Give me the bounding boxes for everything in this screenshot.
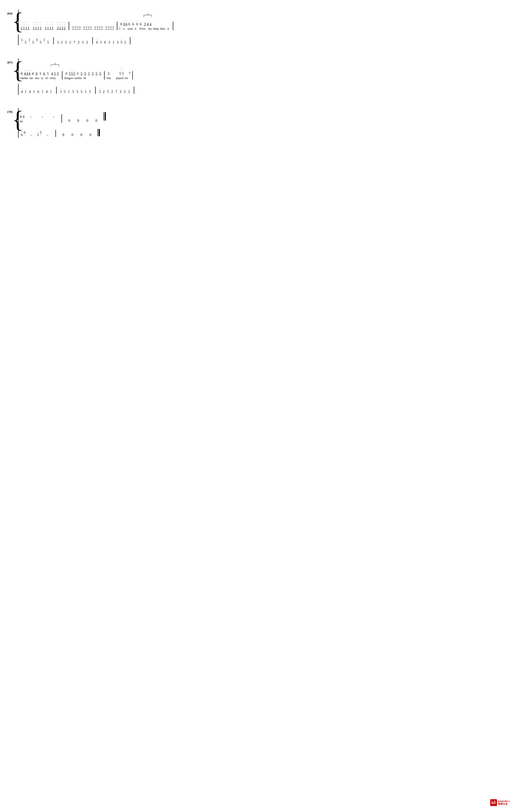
barline	[53, 37, 54, 45]
note: –	[53, 115, 55, 119]
note: 5	[64, 90, 66, 94]
note: 4	[150, 22, 152, 26]
note: 7	[116, 90, 117, 94]
note: 6	[21, 133, 23, 137]
barline	[134, 87, 134, 94]
note: 5	[82, 40, 84, 45]
barline	[104, 71, 104, 80]
note: 4	[147, 22, 149, 26]
note: 4	[29, 90, 31, 94]
bass-70b: 0 0 0 0	[58, 133, 96, 137]
note: 7	[72, 26, 74, 30]
note: 5	[107, 90, 109, 94]
lyric: thing	[64, 77, 70, 80]
note: 5	[65, 40, 67, 45]
note: 1	[28, 38, 30, 42]
brace-67: {	[12, 60, 24, 80]
measure-70a-treble: · · 6 6 – – – me	[20, 110, 60, 123]
note: 6	[136, 22, 138, 26]
barline	[132, 71, 133, 80]
bass-staff-67: · 4 1 4 1 6 1 4 1 · 1 5 1	[18, 84, 210, 95]
note: 2	[103, 90, 105, 94]
system-70: (70) { · · 6 6 – – –	[7, 108, 210, 138]
note: 4	[21, 90, 23, 94]
lyric: Even	[140, 27, 148, 30]
note: 7	[105, 26, 107, 30]
barline	[95, 87, 96, 94]
note: 3	[36, 38, 38, 42]
note: 1	[85, 90, 87, 94]
note: 1	[47, 26, 49, 30]
note: 4	[26, 71, 28, 76]
lyric: I	[119, 27, 123, 30]
note: 6	[96, 40, 98, 45]
note: 3	[57, 71, 59, 76]
note: 1	[33, 26, 35, 30]
note: 1	[28, 26, 30, 30]
note: 7	[79, 26, 81, 30]
note: 5	[121, 40, 122, 45]
note: 5	[72, 90, 74, 94]
note: 5	[47, 40, 49, 45]
note: 7	[86, 26, 88, 30]
note: 6	[24, 130, 26, 135]
lyric: it	[168, 27, 171, 30]
note: 5	[92, 71, 94, 76]
barline	[92, 37, 93, 45]
measure-number-67: (67)	[7, 60, 12, 64]
note: 1	[52, 26, 54, 30]
lyric: we	[70, 77, 74, 80]
brace-70: {	[12, 109, 24, 130]
measure-67b-treble: 0 · 5 · 5 · 5 3 5 5 5	[64, 65, 102, 80]
note: 6	[43, 71, 45, 76]
note: 2	[111, 90, 113, 94]
note: 3	[109, 40, 111, 45]
note: 7	[90, 26, 92, 30]
note: 3	[77, 90, 78, 94]
note: 5	[40, 40, 42, 45]
note: 7	[88, 26, 90, 30]
note: 5	[25, 40, 27, 45]
note: –	[41, 115, 43, 119]
note: 6	[140, 22, 142, 26]
note: 7	[101, 26, 103, 30]
measure-number-64: (64)	[7, 11, 12, 16]
note: 2	[64, 26, 66, 30]
note: 0	[95, 119, 97, 123]
note: 5	[39, 71, 41, 76]
system-67: (67) { 0 · 4 · 4 ·	[7, 59, 210, 95]
note: 6	[132, 22, 134, 26]
lyric: it	[135, 27, 140, 30]
note: 7	[83, 26, 85, 30]
note: 1	[42, 90, 43, 94]
note: 5	[47, 71, 49, 76]
barline	[117, 22, 117, 30]
note: 5	[81, 71, 83, 76]
note: 7	[108, 26, 110, 30]
final-barline	[103, 110, 106, 123]
note: 5	[89, 90, 91, 94]
bass-64b: · 5 2 5 2 7 2 5 2	[56, 38, 90, 45]
note: 0	[81, 133, 83, 137]
measure-67c-treble: 2· · · 5 · · 5 · 7	[107, 64, 131, 80]
note: 1	[113, 40, 115, 45]
measure-70b-treble: 0 0 0 0	[64, 117, 102, 123]
note: 0	[78, 119, 79, 123]
note: 1	[33, 90, 35, 94]
barline	[173, 22, 173, 30]
barline	[61, 114, 62, 123]
bass-67c: · 5 2 5 2 7 2 5 2	[98, 87, 132, 94]
note: 2·	[108, 71, 111, 76]
note: 1	[40, 26, 42, 30]
note: 5	[69, 71, 71, 76]
lyric: ry	[41, 77, 45, 80]
note: 0	[68, 119, 70, 123]
note: 1	[50, 90, 52, 94]
lyrics-row: thing we used to be	[64, 77, 88, 80]
note: 5	[37, 133, 39, 137]
treble-staff-67: 0 · 4 · 4 · 4 4 6 5 6	[18, 59, 210, 81]
note: 5	[73, 71, 75, 76]
note: 6	[126, 22, 127, 26]
lyric: for	[125, 77, 130, 80]
note: 3	[117, 40, 119, 45]
